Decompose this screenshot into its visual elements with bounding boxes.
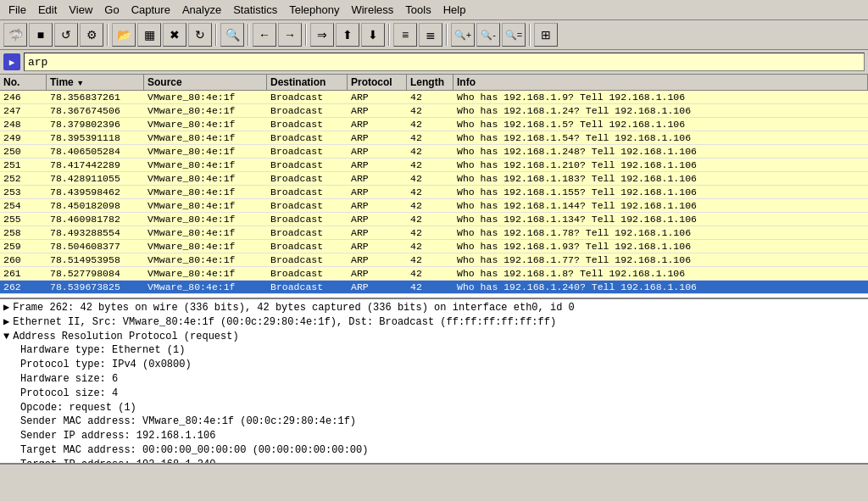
menu-view[interactable]: View: [64, 2, 97, 18]
table-row[interactable]: 255 78.460981782 VMware_80:4e:1f Broadca…: [0, 213, 868, 226]
shark-button[interactable]: 🦈: [3, 23, 27, 47]
column-destination[interactable]: Destination: [267, 75, 348, 90]
arp-field-line: Protocol type: IPv4 (0x0800): [3, 358, 865, 372]
cell-time: 78.539673825: [47, 281, 144, 293]
cell-time: 78.356837261: [47, 91, 144, 103]
cell-no: 251: [0, 159, 47, 171]
menu-wireless[interactable]: Wireless: [346, 2, 398, 18]
colorize-button[interactable]: ≡: [393, 23, 417, 47]
cell-source: VMware_80:4e:1f: [144, 240, 267, 253]
cell-time: 78.417442289: [47, 159, 144, 171]
frame-collapse-icon: ▶: [3, 301, 9, 315]
arp-field-line: Sender IP address: 192.168.1.106: [3, 429, 865, 443]
find-button[interactable]: 🔍: [220, 23, 244, 47]
back-button[interactable]: ←: [253, 23, 276, 47]
cell-no: 255: [0, 213, 47, 225]
cell-time: 78.367674506: [47, 104, 144, 117]
cell-source: VMware_80:4e:1f: [144, 172, 267, 185]
menu-go[interactable]: Go: [99, 2, 124, 18]
scroll-up-button[interactable]: ⬆: [336, 23, 359, 47]
table-row[interactable]: 253 78.439598462 VMware_80:4e:1f Broadca…: [0, 186, 868, 199]
menu-analyze[interactable]: Analyze: [177, 2, 226, 18]
options-button[interactable]: ⚙: [80, 23, 103, 47]
column-source[interactable]: Source: [144, 75, 267, 90]
zoom-out-button[interactable]: 🔍-: [476, 23, 500, 47]
save-button[interactable]: ▦: [137, 23, 161, 47]
filter-input[interactable]: [24, 53, 865, 71]
menu-statistics[interactable]: Statistics: [228, 2, 282, 18]
forward-button[interactable]: →: [278, 23, 302, 47]
frame-section[interactable]: ▶ Frame 262: 42 bytes on wire (336 bits)…: [3, 301, 865, 315]
arp-field-line: Target MAC address: 00:00:00_00:00:00 (0…: [3, 443, 865, 458]
table-row[interactable]: 246 78.356837261 VMware_80:4e:1f Broadca…: [0, 91, 868, 104]
cell-protocol: ARP: [348, 199, 407, 212]
column-info[interactable]: Info: [453, 75, 868, 90]
table-row[interactable]: 254 78.450182098 VMware_80:4e:1f Broadca…: [0, 199, 868, 213]
cell-length: 42: [407, 267, 453, 280]
menu-capture[interactable]: Capture: [126, 2, 175, 18]
cell-source: VMware_80:4e:1f: [144, 186, 267, 198]
goto-first-button[interactable]: ⇒: [310, 23, 334, 47]
open-button[interactable]: 📂: [112, 23, 136, 47]
zoom-reset-button[interactable]: 🔍=: [502, 23, 526, 47]
cell-no: 253: [0, 186, 47, 198]
table-row[interactable]: 260 78.514953958 VMware_80:4e:1f Broadca…: [0, 253, 868, 267]
cell-time: 78.493288554: [47, 226, 144, 239]
color-rules-button[interactable]: ≣: [419, 23, 442, 47]
restart-button[interactable]: ↺: [54, 23, 78, 47]
zoom-in-button[interactable]: 🔍+: [451, 23, 475, 47]
table-row[interactable]: 262 78.539673825 VMware_80:4e:1f Broadca…: [0, 281, 868, 294]
cell-destination: Broadcast: [267, 267, 348, 280]
cell-info: Who has 192.168.1.8? Tell 192.168.1.106: [453, 267, 868, 280]
resize-columns-button[interactable]: ⊞: [534, 23, 558, 47]
arp-field-line: Hardware size: 6: [3, 372, 865, 387]
cell-source: VMware_80:4e:1f: [144, 104, 267, 117]
column-protocol[interactable]: Protocol: [348, 75, 407, 90]
cell-protocol: ARP: [348, 213, 407, 225]
table-row[interactable]: 251 78.417442289 VMware_80:4e:1f Broadca…: [0, 159, 868, 172]
cell-length: 42: [407, 240, 453, 253]
column-time[interactable]: Time ▼: [47, 75, 144, 90]
cell-source: VMware_80:4e:1f: [144, 226, 267, 239]
table-row[interactable]: 247 78.367674506 VMware_80:4e:1f Broadca…: [0, 104, 868, 118]
cell-time: 78.406505284: [47, 145, 144, 158]
toolbar: 🦈 ■ ↺ ⚙ 📂 ▦ ✖ ↻ 🔍 ← → ⇒ ⬆ ⬇ ≡ ≣ 🔍+ 🔍- 🔍=…: [0, 20, 868, 50]
menu-file[interactable]: File: [3, 2, 31, 18]
menu-telephony[interactable]: Telephony: [284, 2, 344, 18]
table-row[interactable]: 258 78.493288554 VMware_80:4e:1f Broadca…: [0, 226, 868, 240]
packet-list[interactable]: No. Time ▼ Source Destination Protocol L…: [0, 75, 868, 299]
filter-bookmark-icon[interactable]: ▶: [3, 53, 20, 70]
arp-section[interactable]: ▼ Address Resolution Protocol (request): [3, 330, 865, 344]
menu-edit[interactable]: Edit: [33, 2, 62, 18]
table-row[interactable]: 261 78.527798084 VMware_80:4e:1f Broadca…: [0, 267, 868, 281]
cell-info: Who has 192.168.1.134? Tell 192.168.1.10…: [453, 213, 868, 225]
reload-button[interactable]: ↻: [188, 23, 212, 47]
cell-no: 252: [0, 172, 47, 185]
menu-tools[interactable]: Tools: [400, 2, 436, 18]
table-row[interactable]: 250 78.406505284 VMware_80:4e:1f Broadca…: [0, 145, 868, 159]
table-row[interactable]: 248 78.379802396 VMware_80:4e:1f Broadca…: [0, 118, 868, 131]
cell-destination: Broadcast: [267, 199, 348, 212]
menu-help[interactable]: Help: [438, 2, 471, 18]
cell-destination: Broadcast: [267, 145, 348, 158]
table-row[interactable]: 259 78.504608377 VMware_80:4e:1f Broadca…: [0, 240, 868, 253]
close-button[interactable]: ✖: [163, 23, 186, 47]
cell-destination: Broadcast: [267, 118, 348, 131]
table-row[interactable]: 252 78.428911055 VMware_80:4e:1f Broadca…: [0, 172, 868, 186]
cell-info: Who has 192.168.1.77? Tell 192.168.1.106: [453, 253, 868, 266]
cell-length: 42: [407, 104, 453, 117]
column-length[interactable]: Length: [407, 75, 453, 90]
cell-source: VMware_80:4e:1f: [144, 145, 267, 158]
arp-fields: Hardware type: Ethernet (1)Protocol type…: [3, 343, 865, 465]
toolbar-separator-6: [446, 24, 448, 46]
column-no[interactable]: No.: [0, 75, 47, 90]
scroll-down-button[interactable]: ⬇: [361, 23, 385, 47]
ethernet-section[interactable]: ▶ Ethernet II, Src: VMware_80:4e:1f (00:…: [3, 315, 865, 330]
cell-protocol: ARP: [348, 226, 407, 239]
cell-length: 42: [407, 199, 453, 212]
detail-panel[interactable]: ▶ Frame 262: 42 bytes on wire (336 bits)…: [0, 299, 868, 465]
cell-info: Who has 192.168.1.24? Tell 192.168.1.106: [453, 104, 868, 117]
stop-button[interactable]: ■: [29, 23, 53, 47]
table-row[interactable]: 249 78.395391118 VMware_80:4e:1f Broadca…: [0, 131, 868, 145]
arp-field-line: Sender MAC address: VMware_80:4e:1f (00:…: [3, 415, 865, 429]
